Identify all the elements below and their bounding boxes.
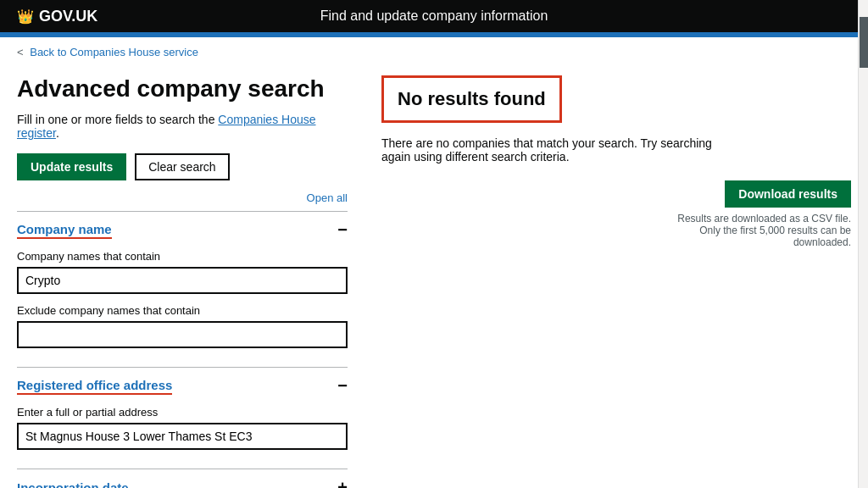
company-name-section-label: Company name (17, 222, 112, 239)
gov-logo: 👑 GOV.UK (17, 8, 97, 25)
download-note: Results are downloaded as a CSV file. On… (665, 213, 851, 248)
chevron-left-icon: < (17, 46, 24, 58)
company-name-section-content: Company names that contain Exclude compa… (17, 245, 348, 367)
incorporation-date-toggle: + (337, 478, 348, 488)
company-exclude-label: Exclude company names that contain (17, 304, 348, 317)
scrollbar[interactable] (858, 0, 868, 488)
registered-office-section-label: Registered office address (17, 378, 172, 395)
back-link[interactable]: Back to Companies House service (30, 46, 198, 58)
company-contains-label: Company names that contain (17, 250, 348, 263)
registered-office-toggle: − (337, 376, 348, 396)
company-name-section-header[interactable]: Company name − (17, 211, 348, 245)
download-results-button[interactable]: Download results (725, 180, 851, 208)
gov-logo-text: GOV.UK (39, 8, 97, 25)
clear-search-button[interactable]: Clear search (135, 153, 229, 180)
breadcrumb: < Back to Companies House service (0, 37, 868, 67)
no-results-text: There are no companies that match your s… (381, 136, 721, 164)
company-contains-input[interactable] (17, 267, 348, 294)
incorporation-date-section-label: Incorporation date (17, 480, 129, 489)
scrollbar-thumb[interactable] (860, 17, 868, 68)
header-title: Find and update company information (320, 8, 548, 24)
open-all-link[interactable]: Open all (307, 191, 348, 204)
incorporation-date-section-header[interactable]: Incorporation date + (17, 469, 348, 488)
company-exclude-input[interactable] (17, 321, 348, 348)
no-results-title: No results found (398, 88, 546, 109)
action-buttons: Update results Clear search (17, 153, 348, 180)
companies-house-link[interactable]: Companies House register (17, 113, 316, 140)
main-container: Advanced company search Fill in one or m… (0, 67, 868, 488)
right-panel: No results found There are no companies … (381, 67, 851, 488)
update-results-button[interactable]: Update results (17, 153, 126, 180)
download-row: Download results Results are downloaded … (381, 180, 851, 248)
left-panel: Advanced company search Fill in one or m… (17, 67, 348, 488)
registered-office-section-header[interactable]: Registered office address − (17, 367, 348, 401)
gov-header: 👑 GOV.UK Find and update company informa… (0, 0, 868, 32)
open-all-container: Open all (17, 191, 348, 204)
company-name-toggle: − (337, 220, 348, 240)
page-subtitle: Fill in one or more fields to search the… (17, 113, 348, 140)
address-input[interactable] (17, 423, 348, 450)
crown-icon: 👑 (17, 8, 34, 25)
registered-office-section-content: Enter a full or partial address (17, 401, 348, 469)
address-label: Enter a full or partial address (17, 406, 348, 419)
no-results-box: No results found (381, 75, 562, 123)
page-title: Advanced company search (17, 75, 348, 103)
